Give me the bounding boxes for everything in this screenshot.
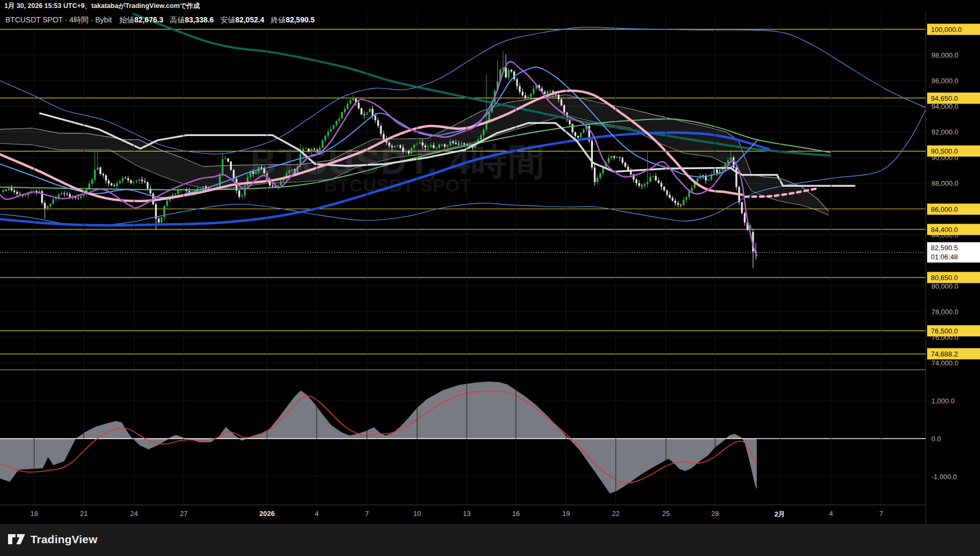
candle-body-down: [363, 114, 365, 115]
price-axis-label: 78,000.0: [931, 307, 959, 315]
candle-body-up: [480, 136, 482, 140]
candle-body-down: [360, 108, 362, 114]
time-axis[interactable]: 18212427202647101316192225282月47: [0, 505, 926, 524]
price-level-label[interactable]: 76,500.0: [927, 325, 980, 336]
ohlc-values: 始値82,676.3高値83,338.6安値82,052.4終値82,590.5: [119, 15, 321, 24]
candle-body-down: [455, 143, 457, 144]
candle-body-down: [5, 190, 7, 190]
candle-body-up: [647, 182, 648, 184]
candle-body-up: [166, 201, 168, 206]
candle-body-up: [177, 190, 179, 194]
candle-body-up: [91, 180, 93, 184]
candle-body-up: [202, 186, 204, 187]
candle-body-down: [741, 202, 743, 213]
candle-body-down: [77, 198, 79, 198]
candle-body-down: [452, 141, 454, 143]
candle-body-up: [369, 109, 371, 112]
candle-body-up: [219, 174, 221, 187]
ohlc-終値: 終値82,590.5: [271, 15, 315, 24]
candle-body-up: [397, 145, 398, 146]
candle-body-up: [8, 188, 10, 190]
tradingview-brand-text: TradingView: [30, 533, 98, 546]
candle-body-down: [458, 144, 459, 145]
candle-body-up: [441, 144, 443, 145]
price-level-label[interactable]: 80,650.0: [927, 272, 980, 283]
candle-body-down: [16, 192, 18, 194]
time-axis-label: 2026: [260, 510, 275, 518]
candle-body-down: [158, 219, 160, 223]
candle-body-down: [744, 213, 746, 222]
candle-body-down: [638, 183, 640, 186]
time-axis-label: 18: [30, 510, 38, 518]
candle-body-down: [252, 172, 254, 173]
price-level-label[interactable]: 86,000.0: [927, 203, 980, 215]
price-axis-label: 74,000.0: [931, 359, 959, 367]
candle-body-down: [111, 184, 112, 186]
candle-body-down: [228, 158, 229, 161]
candle-body-up: [602, 168, 604, 173]
candle-body-up: [714, 170, 715, 174]
candle-body-down: [124, 178, 126, 178]
candle-body-up: [80, 196, 82, 198]
candle-body-up: [224, 158, 226, 159]
candle-body-up: [547, 91, 548, 94]
candle-body-up: [527, 97, 529, 98]
oscillator-pane[interactable]: [0, 382, 926, 494]
price-level-label[interactable]: 84,400.0: [927, 224, 980, 235]
candle-body-down: [666, 190, 668, 195]
candle-body-up: [244, 185, 246, 196]
candle-body-down: [425, 146, 426, 147]
price-level-label[interactable]: 100,000.0: [927, 23, 980, 35]
candle-body-up: [222, 159, 223, 174]
candle-body-down: [669, 195, 670, 198]
candle-body-up: [255, 172, 257, 173]
candle-body-up: [436, 148, 437, 148]
candle-body-down: [519, 86, 521, 92]
tradingview-logo-link[interactable]: TradingView: [7, 533, 98, 546]
candle-body-up: [708, 180, 709, 180]
time-axis-label: 19: [562, 510, 570, 518]
candle-body-down: [108, 181, 109, 184]
candle-body-down: [433, 145, 434, 148]
price-level-label[interactable]: 90,500.0: [927, 146, 980, 157]
candle-body-down: [103, 174, 104, 175]
candle-body-down: [558, 95, 559, 99]
candle-body-up: [335, 121, 337, 125]
candle-body-up: [116, 183, 118, 186]
symbol-legend: BTCUSDT SPOT · 4時間 · Bybit始値82,676.3高値83…: [5, 15, 321, 25]
price-level-label[interactable]: 94,650.0: [927, 92, 980, 104]
candle-body-down: [575, 132, 576, 136]
candle-body-up: [291, 170, 293, 171]
oscillator-axis-label: 0.0: [931, 435, 941, 443]
chart-canvas[interactable]: [0, 0, 980, 556]
candle-body-down: [624, 163, 626, 166]
candle-body-up: [446, 145, 448, 146]
candle-body-up: [450, 141, 451, 146]
time-axis-label: 27: [180, 510, 187, 518]
candle-body-down: [391, 146, 393, 147]
candle-body-up: [530, 94, 531, 97]
candle-body-down: [663, 187, 665, 190]
candle-body-down: [374, 116, 376, 121]
candle-body-up: [47, 206, 49, 209]
candle-body-up: [686, 197, 687, 200]
candle-body-up: [394, 146, 396, 148]
price-axis[interactable]: 98,000.096,000.094,000.092,000.090,000.0…: [926, 12, 980, 523]
candle-body-up: [644, 184, 646, 186]
candle-body-down: [402, 148, 404, 152]
price-pane[interactable]: [0, 14, 926, 363]
candle-body-down: [555, 94, 556, 95]
candle-body-down: [377, 120, 379, 126]
time-axis-label: 25: [662, 510, 670, 518]
candle-body-up: [349, 100, 351, 104]
candle-body-down: [11, 188, 12, 190]
candle-body-down: [636, 179, 637, 183]
candle-body-down: [383, 134, 385, 139]
candle-body-up: [138, 179, 140, 180]
candle-body-down: [522, 92, 523, 96]
price-level-label[interactable]: 74,688.2: [927, 348, 980, 360]
candle-body-up: [136, 181, 137, 182]
candle-body-up: [325, 136, 326, 140]
candle-body-up: [200, 188, 201, 188]
candle-body-up: [649, 177, 651, 182]
